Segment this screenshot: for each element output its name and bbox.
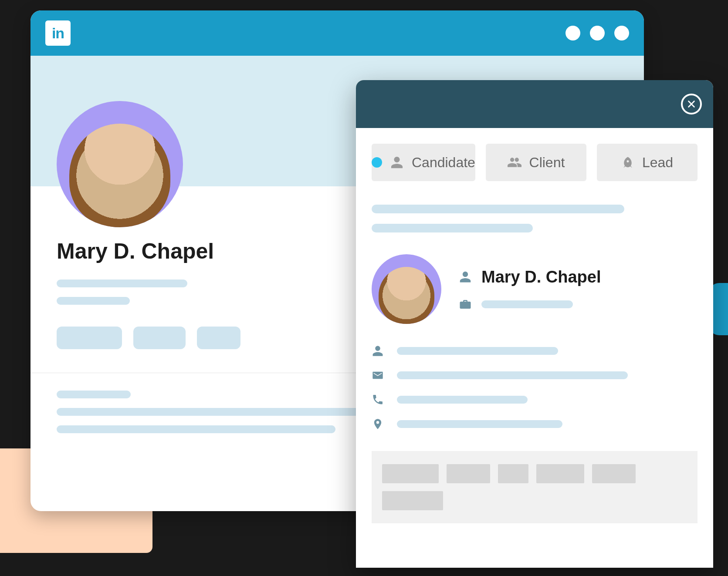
- tag-placeholder[interactable]: [536, 464, 584, 483]
- skeleton-line: [372, 205, 624, 213]
- person-icon: [390, 155, 404, 169]
- tag-placeholder[interactable]: [382, 464, 439, 483]
- tags-block: [372, 451, 698, 523]
- profile-action-button[interactable]: [133, 327, 186, 349]
- avatar-face: [379, 267, 434, 324]
- people-icon: [508, 155, 521, 169]
- skeleton-line: [57, 280, 187, 287]
- contact-avatar[interactable]: [372, 254, 441, 324]
- tab-label: Lead: [642, 155, 673, 171]
- rocket-icon: [621, 156, 634, 169]
- skeleton-line: [397, 347, 558, 355]
- linkedin-logo[interactable]: in: [45, 20, 71, 46]
- linkedin-logo-text: in: [52, 25, 64, 42]
- tab-label: Client: [529, 155, 565, 171]
- tag-placeholder[interactable]: [382, 491, 443, 510]
- contact-details: [372, 345, 698, 430]
- skeleton-line: [397, 396, 528, 404]
- window-control-dot[interactable]: [614, 26, 629, 40]
- tag-placeholder[interactable]: [592, 464, 636, 483]
- profile-action-button[interactable]: [197, 327, 240, 349]
- contact-detail-email: [372, 369, 698, 381]
- person-icon: [459, 270, 472, 283]
- extension-panel: Candidate Client Lead: [356, 80, 713, 568]
- active-indicator-dot: [372, 157, 382, 168]
- contact-detail-location: [372, 418, 698, 430]
- skeleton-line: [481, 300, 573, 308]
- contact-name: Mary D. Chapel: [481, 268, 601, 286]
- window-control-dot[interactable]: [565, 26, 580, 40]
- tag-placeholder[interactable]: [498, 464, 528, 483]
- skeleton-line: [397, 371, 628, 379]
- tab-candidate[interactable]: Candidate: [372, 144, 475, 181]
- tab-lead[interactable]: Lead: [597, 144, 698, 181]
- profile-action-button[interactable]: [57, 327, 122, 349]
- phone-icon: [372, 394, 384, 406]
- extension-header: [356, 80, 713, 128]
- location-icon: [372, 418, 384, 430]
- skeleton-line: [57, 297, 130, 305]
- skeleton-line: [57, 391, 131, 398]
- close-icon: [687, 99, 696, 109]
- window-controls: [565, 26, 629, 40]
- profile-avatar[interactable]: [57, 101, 183, 227]
- tag-placeholder[interactable]: [447, 464, 490, 483]
- contact-header: Mary D. Chapel: [372, 254, 698, 324]
- skeleton-line: [372, 224, 533, 232]
- skeleton-line: [57, 425, 335, 433]
- avatar-face: [69, 124, 170, 227]
- person-icon: [372, 345, 384, 357]
- linkedin-topbar: in: [30, 10, 644, 56]
- briefcase-icon: [459, 298, 472, 311]
- tab-client[interactable]: Client: [486, 144, 586, 181]
- tab-label: Candidate: [412, 155, 475, 171]
- contact-detail-phone: [372, 394, 698, 406]
- close-button[interactable]: [681, 94, 702, 115]
- extension-summary-lines: [372, 205, 698, 232]
- skeleton-line: [57, 408, 388, 416]
- record-type-tabs: Candidate Client Lead: [372, 144, 698, 181]
- contact-detail-name: [372, 345, 698, 357]
- skeleton-line: [397, 420, 562, 428]
- email-icon: [372, 369, 384, 381]
- window-control-dot[interactable]: [590, 26, 605, 40]
